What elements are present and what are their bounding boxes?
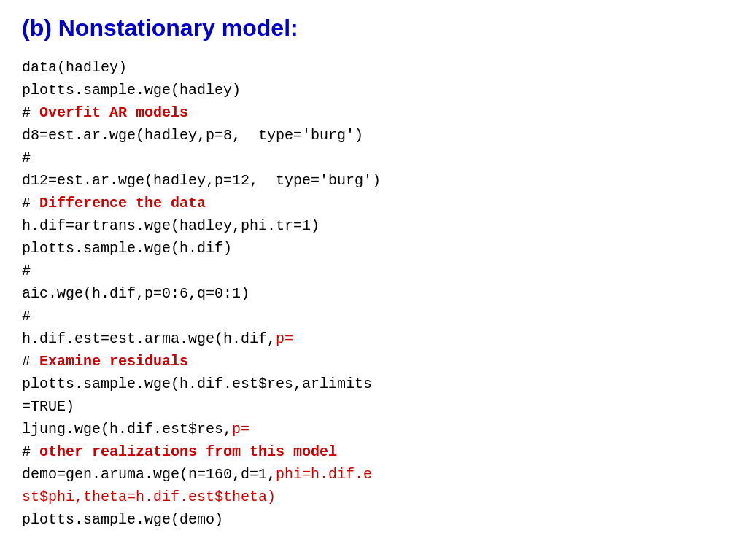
code-line-15: plotts.sample.wge(h.dif.est$res,arlimits xyxy=(22,373,725,395)
code-line-18: # other realizations from this model xyxy=(22,440,725,463)
code-line-20: st$phi,theta=h.dif.est$theta) xyxy=(22,486,725,508)
code-line-17: ljung.wge(h.dif.est$res,p= xyxy=(22,418,725,440)
black-13: h.dif.est=est.arma.wge(h.dif, xyxy=(22,330,276,347)
code-line-4: d8=est.ar.wge(hadley,p=8, type='burg') xyxy=(22,124,725,147)
code-line-11: aic.wge(h.dif,p=0:6,q=0:1) xyxy=(22,282,725,305)
code-line-16: =TRUE) xyxy=(22,395,725,418)
code-line-6: d12=est.ar.wge(hadley,p=12, type='burg') xyxy=(22,169,725,192)
red-19: phi=h.dif.e xyxy=(276,466,372,483)
hash-3: # xyxy=(22,104,39,121)
hash-7: # xyxy=(22,195,39,211)
red-20: st$phi,theta=h.dif.est$theta) xyxy=(22,489,276,505)
code-line-1: data(hadley) xyxy=(22,56,725,79)
code-line-10: # xyxy=(22,260,725,282)
code-line-7: # Difference the data xyxy=(22,192,725,214)
code-line-13: h.dif.est=est.arma.wge(h.dif,p= xyxy=(22,327,725,350)
code-line-19: demo=gen.aruma.wge(n=160,d=1,phi=h.dif.e xyxy=(22,463,725,486)
red-17: p= xyxy=(232,421,249,438)
red-13: p= xyxy=(276,330,293,347)
red-comment-7: Difference the data xyxy=(39,195,206,211)
page-title: (b) Nonstationary model: xyxy=(22,15,725,42)
code-line-12: # xyxy=(22,305,725,327)
red-comment-18: other realizations from this model xyxy=(39,443,337,460)
red-comment-3: Overfit AR models xyxy=(39,104,188,121)
code-line-3: # Overfit AR models xyxy=(22,101,725,124)
code-line-9: plotts.sample.wge(h.dif) xyxy=(22,237,725,260)
code-line-2: plotts.sample.wge(hadley) xyxy=(22,79,725,101)
black-17: ljung.wge(h.dif.est$res, xyxy=(22,421,232,438)
code-line-5: # xyxy=(22,147,725,169)
code-line-14: # Examine residuals xyxy=(22,350,725,373)
code-line-21: plotts.sample.wge(demo) xyxy=(22,508,725,531)
hash-14: # xyxy=(22,353,39,370)
black-19: demo=gen.aruma.wge(n=160,d=1, xyxy=(22,466,276,483)
red-comment-14: Examine residuals xyxy=(39,353,188,370)
code-block: data(hadley) plotts.sample.wge(hadley) #… xyxy=(22,56,725,531)
hash-18: # xyxy=(22,443,39,460)
code-line-8: h.dif=artrans.wge(hadley,phi.tr=1) xyxy=(22,214,725,237)
